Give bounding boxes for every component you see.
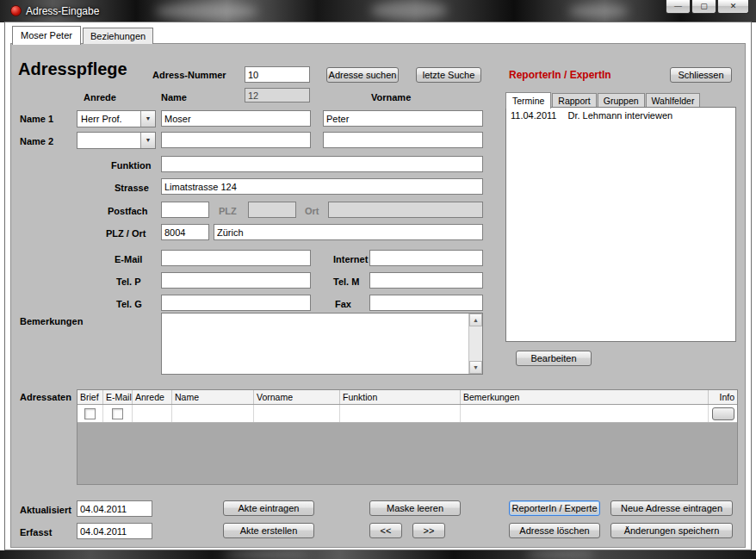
adresse-loeschen-button[interactable]: Adresse löschen: [509, 523, 600, 538]
page-title: Adresspflege: [18, 59, 127, 79]
name2-label: Name 2: [20, 136, 53, 146]
adressaten-grid: Brief E-Mail Anrede Name Vorname Funktio…: [77, 389, 738, 485]
tab-moser-peter[interactable]: Moser Peter: [12, 26, 81, 45]
tab-beziehungen[interactable]: Beziehungen: [83, 28, 153, 44]
prev-button[interactable]: <<: [369, 523, 402, 538]
scroll-track[interactable]: [469, 326, 482, 361]
app-icon: [10, 5, 22, 16]
maske-leeren-button[interactable]: Maske leeren: [369, 500, 461, 516]
scroll-down-icon[interactable]: ▼: [469, 361, 482, 374]
schliessen-button[interactable]: Schliessen: [670, 67, 732, 83]
title-bar: Adress-Eingabe — ▢ ✕: [0, 0, 756, 22]
email-checkbox[interactable]: [112, 408, 123, 419]
tab-rapport[interactable]: Rapport: [552, 93, 596, 108]
neue-adresse-button[interactable]: Neue Adresse eintragen: [610, 500, 733, 516]
fax-input[interactable]: [369, 295, 483, 311]
name1-anrede-select[interactable]: Herr Prof. ▼: [77, 110, 156, 127]
brief-checkbox[interactable]: [84, 408, 96, 419]
tab-wahlfelder[interactable]: Wahlfelder: [646, 93, 701, 108]
aenderungen-speichern-button[interactable]: Änderungen speichern: [610, 523, 733, 538]
adress-nummer-input[interactable]: [245, 66, 310, 83]
termine-listbox[interactable]: 11.04.2011 Dr. Lehmann interviewen: [505, 107, 736, 342]
ort-input[interactable]: [214, 224, 483, 240]
email-input[interactable]: [161, 250, 311, 266]
reporter-expertin-title: ReporterIn / ExpertIn: [509, 69, 611, 81]
strasse-input[interactable]: [161, 178, 483, 195]
column-header-brief[interactable]: Brief: [77, 390, 103, 404]
vorname-cell: [254, 405, 340, 422]
name1-vorname-input[interactable]: [323, 110, 483, 127]
name1-name-input[interactable]: [161, 110, 311, 127]
tel-p-label: Tel. P: [116, 276, 141, 287]
email-label: E-Mail: [115, 254, 142, 264]
erfasst-input[interactable]: [77, 523, 152, 539]
letzte-suche-button[interactable]: letzte Suche: [416, 67, 481, 83]
info-cell: [709, 405, 737, 422]
glass-reflection: [568, 5, 629, 17]
glass-reflection: [224, 551, 310, 558]
akte-eintragen-button[interactable]: Akte eintragen: [223, 500, 314, 516]
bemerkungen-textarea[interactable]: ▲ ▼: [161, 313, 483, 375]
tel-p-input[interactable]: [161, 272, 311, 289]
column-header-info[interactable]: Info: [709, 390, 737, 404]
funktion-input[interactable]: [161, 156, 483, 172]
column-header-vorname[interactable]: Vorname: [254, 390, 340, 404]
name2-anrede-select[interactable]: ▼: [77, 132, 156, 149]
adresse-suchen-button[interactable]: Adresse suchen: [326, 67, 399, 83]
bemerkungen-scrollbar[interactable]: ▲ ▼: [468, 314, 482, 374]
termine-tab-strip: Termine Rapport Gruppen Wahlfelder: [505, 91, 701, 108]
chevron-down-icon[interactable]: ▼: [140, 133, 155, 148]
vorname-header: Vorname: [371, 92, 411, 102]
window-controls: — ▢ ✕: [665, 0, 749, 14]
next-button[interactable]: >>: [412, 523, 445, 538]
erfasst-label: Erfasst: [20, 527, 52, 537]
tel-g-input[interactable]: [161, 295, 311, 311]
window-title: Adress-Eingabe: [26, 5, 99, 17]
funktion-cell: [340, 405, 461, 422]
anrede-header: Anrede: [84, 92, 116, 102]
adressaten-label: Adressaten: [20, 392, 71, 402]
column-header-funktion[interactable]: Funktion: [340, 390, 461, 404]
column-header-email[interactable]: E-Mail: [103, 390, 133, 404]
info-button[interactable]: [712, 407, 734, 420]
strasse-label: Strasse: [115, 183, 149, 193]
tel-m-input[interactable]: [369, 272, 483, 289]
chevron-down-icon[interactable]: ▼: [140, 111, 155, 127]
tab-gruppen[interactable]: Gruppen: [598, 93, 645, 108]
tel-g-label: Tel. G: [116, 299, 142, 309]
plz-input[interactable]: [161, 224, 209, 240]
name2-name-input[interactable]: [161, 132, 311, 148]
plz-disabled-label: PLZ: [219, 206, 237, 216]
internet-input[interactable]: [369, 250, 483, 266]
aktualisiert-label: Aktualisiert: [20, 505, 71, 515]
column-header-anrede[interactable]: Anrede: [133, 390, 172, 404]
adressaten-header-row: Brief E-Mail Anrede Name Vorname Funktio…: [77, 390, 737, 405]
adress-nummer-label: Adress-Nummer: [152, 70, 226, 80]
postfach-input[interactable]: [161, 202, 209, 218]
adressaten-data-row[interactable]: [77, 405, 737, 423]
column-header-bemerkungen[interactable]: Bemerkungen: [461, 390, 709, 404]
brief-cell: [77, 405, 103, 422]
reporter-experte-button[interactable]: ReporterIn / Experte: [509, 500, 600, 516]
column-header-name[interactable]: Name: [172, 390, 254, 404]
maximize-button[interactable]: ▢: [691, 0, 716, 14]
anrede-cell: [133, 405, 172, 422]
plz-disabled-input: [248, 202, 296, 218]
akte-erstellen-button[interactable]: Akte erstellen: [223, 523, 314, 538]
bemerkungen-label: Bemerkungen: [20, 316, 83, 326]
bemerkungen-cell: [461, 405, 709, 422]
postfach-label: Postfach: [108, 206, 147, 216]
tel-m-label: Tel. M: [333, 276, 359, 287]
tab-termine[interactable]: Termine: [505, 92, 551, 109]
bearbeiten-button[interactable]: Bearbeiten: [516, 351, 592, 366]
termine-list-item[interactable]: 11.04.2011 Dr. Lehmann interviewen: [506, 108, 735, 123]
name1-label: Name 1: [20, 114, 53, 124]
minimize-button[interactable]: —: [666, 0, 691, 14]
name-header: Name: [161, 92, 187, 102]
close-button[interactable]: ✕: [717, 0, 749, 14]
name2-vorname-input[interactable]: [323, 132, 483, 148]
glass-reflection: [370, 2, 448, 19]
scroll-up-icon[interactable]: ▲: [469, 314, 482, 326]
email-cell: [103, 405, 133, 422]
aktualisiert-input[interactable]: [77, 500, 152, 517]
